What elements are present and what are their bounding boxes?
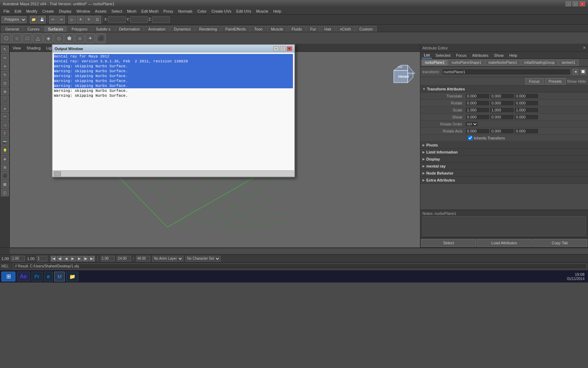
shelf-btn-6[interactable]: ◇ <box>54 33 64 43</box>
attr-tab-help[interactable]: Help <box>507 53 519 58</box>
anim-layer-select[interactable]: No Anim Layer <box>152 256 183 261</box>
presets-button[interactable]: Presets <box>545 78 566 84</box>
scale-y[interactable] <box>490 107 514 113</box>
mode-select[interactable]: Polygons <box>1 16 27 23</box>
vp-view-menu[interactable]: View <box>11 45 22 51</box>
time-field1[interactable] <box>11 256 25 261</box>
tab-polygons[interactable]: Polygons <box>68 26 91 32</box>
misc-tool1[interactable]: ⬛ <box>1 172 9 179</box>
play-btn[interactable]: ▶ <box>70 256 76 261</box>
tab-toon[interactable]: Toon <box>250 26 266 32</box>
move-btn[interactable]: ✛ <box>77 16 84 23</box>
render-tool[interactable]: ◈ <box>1 155 9 163</box>
save-btn[interactable]: 💾 <box>38 16 46 23</box>
taskbar-ae[interactable]: Ae <box>17 272 30 281</box>
go-end-btn[interactable]: ▶| <box>89 256 95 261</box>
grid-tool[interactable]: ⊞ <box>1 163 9 171</box>
extra-attributes-header[interactable]: ▶ Extra Attributes <box>420 177 588 184</box>
load-attributes-button[interactable]: Load Attributes <box>477 239 532 247</box>
taskbar-ie[interactable]: e <box>44 272 53 281</box>
select-tool[interactable]: ↖ <box>1 46 9 53</box>
next-key-btn[interactable]: |▶ <box>83 256 89 261</box>
curve-tool[interactable]: 〜 <box>1 113 9 121</box>
menu-item-create-uvs[interactable]: Create UVs <box>209 8 233 14</box>
output-maximize[interactable]: □ <box>280 46 286 51</box>
shelf-btn-9[interactable]: ✦ <box>85 33 95 43</box>
shear-x[interactable] <box>465 114 490 120</box>
tab-general[interactable]: General <box>1 26 23 32</box>
menu-item-select[interactable]: Select <box>109 8 124 14</box>
rotate-x[interactable] <box>465 100 490 106</box>
limit-info-header[interactable]: ▶ Limit Information <box>420 149 588 156</box>
lasso-tool[interactable]: ⌒ <box>1 96 9 104</box>
shelf-btn-2[interactable]: ○ <box>12 33 22 43</box>
shelf-btn-5[interactable]: ◈ <box>43 33 53 43</box>
node-tab-makenurbsplane1[interactable]: makeNurbsPlane1 <box>485 60 520 66</box>
notes-content[interactable] <box>422 216 586 236</box>
focus-button[interactable]: Focus <box>525 78 544 84</box>
shelf-btn-3[interactable]: □ <box>22 33 32 43</box>
rotate-axis-y[interactable] <box>490 128 514 134</box>
rotate-axis-z[interactable] <box>514 128 539 134</box>
text-tool[interactable]: T <box>1 130 9 137</box>
rotate-z[interactable] <box>514 100 539 106</box>
tab-animation[interactable]: Animation <box>145 26 169 32</box>
measure-tool[interactable]: ⊣ <box>1 121 9 129</box>
misc-tool2[interactable]: ▦ <box>1 180 9 188</box>
tab-painteffects[interactable]: PaintEffects <box>222 26 250 32</box>
minimize-button[interactable]: − <box>566 1 571 6</box>
tab-deformation[interactable]: Deformation <box>115 26 144 32</box>
show-label[interactable]: Show <box>567 79 577 83</box>
rotate-order-select[interactable]: xyz yzx zxy <box>465 121 478 127</box>
scale-x[interactable] <box>465 107 490 113</box>
tab-surfaces[interactable]: Surfaces <box>44 26 67 32</box>
tab-custom[interactable]: Custom <box>356 26 377 32</box>
pivots-header[interactable]: ▶ Pivots <box>420 142 588 149</box>
range-start-field[interactable] <box>101 256 115 261</box>
camera-tool[interactable]: 📷 <box>1 138 9 146</box>
attr-tab-selected[interactable]: Selected <box>433 53 453 58</box>
menu-item-mesh[interactable]: Mesh <box>125 8 139 14</box>
scroll-thumb[interactable] <box>54 171 61 176</box>
node-tab-lambert1[interactable]: lambert1 <box>559 60 579 66</box>
output-scrollbar-horizontal[interactable] <box>52 170 294 177</box>
menu-item-assets[interactable]: Assets <box>93 8 108 14</box>
menu-item-window[interactable]: Window <box>74 8 92 14</box>
range-end-field[interactable] <box>117 256 131 261</box>
attr-tab-attributes[interactable]: Attributes <box>470 53 490 58</box>
transform-arrow-btn[interactable]: ◀ <box>573 69 578 75</box>
go-start-btn[interactable]: |◀ <box>51 256 56 261</box>
copy-tab-button[interactable]: Copy Tab <box>532 239 587 247</box>
frame-field[interactable] <box>37 256 47 261</box>
tab-hair[interactable]: Hair <box>321 26 335 32</box>
node-behavior-header[interactable]: ▶ Node Behavior <box>420 170 588 177</box>
taskbar-files[interactable]: 📁 <box>66 272 78 281</box>
select-btn[interactable]: ▷ <box>68 16 76 23</box>
node-tab-nurbsplaneshape1[interactable]: nurbsPlaneShape1 <box>448 60 484 66</box>
next-frame-btn[interactable]: ▶ <box>77 256 82 261</box>
y-field[interactable] <box>130 16 148 23</box>
taskbar-pr[interactable]: Pr <box>31 272 43 281</box>
timeline-bar[interactable] <box>10 248 588 254</box>
sculpt-tool[interactable]: ⌀ <box>1 104 9 112</box>
taskbar-maya[interactable]: M <box>54 272 65 281</box>
open-btn[interactable]: 📁 <box>30 16 37 23</box>
tab-dynamics[interactable]: Dynamics <box>170 26 195 32</box>
display-header[interactable]: ▶ Display <box>420 156 588 163</box>
shelf-btn-1[interactable]: ⬡ <box>1 33 11 43</box>
start-button[interactable]: ⊞ <box>1 272 15 281</box>
shelf-btn-7[interactable]: ⬟ <box>64 33 74 43</box>
menu-item-create[interactable]: Create <box>40 8 56 14</box>
node-tab-nurbsplane1[interactable]: nurbsPlane1 <box>422 60 448 66</box>
transform-lock-btn[interactable]: ⬜ <box>580 69 586 75</box>
misc-tool3[interactable]: ◫ <box>1 189 9 196</box>
menu-item-modify[interactable]: Modify <box>24 8 40 14</box>
translate-y[interactable] <box>490 93 514 99</box>
prev-key-btn[interactable]: ◀| <box>57 256 63 261</box>
redo-btn[interactable]: ↪ <box>57 16 65 23</box>
node-tab-initialshadinggroup[interactable]: initialShadingGroup <box>521 60 558 66</box>
menu-item-muscle[interactable]: Muscle <box>254 8 271 14</box>
z-field[interactable] <box>152 16 170 23</box>
range-end2-field[interactable] <box>136 256 150 261</box>
menu-item-color[interactable]: Color <box>195 8 209 14</box>
